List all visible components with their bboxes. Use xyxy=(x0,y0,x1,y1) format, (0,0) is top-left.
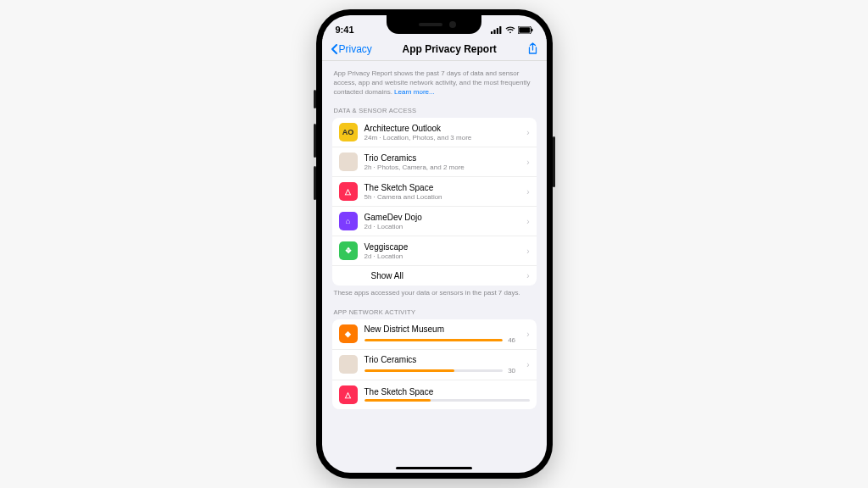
svg-rect-0 xyxy=(491,31,492,34)
status-time: 9:41 xyxy=(336,25,354,35)
network-row[interactable]: Trio Ceramics 30 › xyxy=(332,350,537,380)
network-list: ◆ New District Museum 46 › Trio Ceramics… xyxy=(332,319,537,409)
app-name: The Sketch Space xyxy=(364,183,520,193)
section-header-network: APP NETWORK ACTIVITY xyxy=(334,308,535,316)
access-list: AO Architecture Outlook24m · Location, P… xyxy=(332,118,537,286)
page-title: App Privacy Report xyxy=(402,43,496,55)
chevron-right-icon: › xyxy=(526,187,529,197)
app-icon: ⌂ xyxy=(339,212,358,230)
access-row[interactable]: ❖ Veggiscape2d · Location › xyxy=(332,236,537,266)
notch xyxy=(387,15,481,34)
home-indicator[interactable] xyxy=(396,467,472,470)
activity-value: 46 xyxy=(508,336,520,344)
screen: 9:41 Privacy App Privacy Report App Priv… xyxy=(322,15,547,473)
access-row[interactable]: △ The Sketch Space5h · Camera and Locati… xyxy=(332,177,537,207)
content: App Privacy Report shows the past 7 days… xyxy=(322,61,547,409)
activity-value: 30 xyxy=(508,367,520,374)
svg-rect-5 xyxy=(519,27,530,32)
back-label: Privacy xyxy=(339,43,372,55)
show-all-label: Show All xyxy=(339,271,520,280)
intro-text: App Privacy Report shows the past 7 days… xyxy=(334,69,535,97)
access-row[interactable]: Trio Ceramics2h · Photos, Camera, and 2 … xyxy=(332,147,537,177)
nav-bar: Privacy App Privacy Report xyxy=(322,39,547,61)
app-name: New District Museum xyxy=(364,324,520,334)
cellular-icon xyxy=(491,26,503,34)
chevron-right-icon: › xyxy=(526,360,529,369)
chevron-right-icon: › xyxy=(526,271,529,280)
power-button xyxy=(553,136,555,187)
chevron-right-icon: › xyxy=(526,217,529,226)
chevron-right-icon: › xyxy=(526,128,529,137)
svg-rect-3 xyxy=(499,26,501,34)
learn-more-link[interactable]: Learn more... xyxy=(394,88,435,96)
activity-bar xyxy=(364,339,504,341)
app-icon: △ xyxy=(339,385,358,404)
app-icon: ❖ xyxy=(339,241,358,260)
svg-rect-2 xyxy=(496,28,498,34)
svg-rect-6 xyxy=(531,28,533,30)
wifi-icon xyxy=(505,26,515,34)
network-row[interactable]: △ The Sketch Space xyxy=(332,380,537,409)
app-icon: △ xyxy=(339,182,358,201)
access-row[interactable]: ⌂ GameDev Dojo2d · Location › xyxy=(332,207,537,236)
app-name: Veggiscape xyxy=(364,242,520,252)
app-sub: 2d · Location xyxy=(364,223,520,231)
share-icon xyxy=(527,42,538,55)
app-icon xyxy=(339,152,358,171)
side-button xyxy=(314,90,316,108)
app-sub: 2d · Location xyxy=(364,252,520,261)
svg-rect-1 xyxy=(493,30,495,34)
chevron-left-icon xyxy=(331,44,337,54)
status-right xyxy=(491,26,533,34)
chevron-right-icon: › xyxy=(526,330,529,339)
chevron-right-icon: › xyxy=(526,247,529,256)
volume-down-button xyxy=(314,166,316,200)
activity-bar xyxy=(364,369,504,372)
app-name: The Sketch Space xyxy=(364,387,530,396)
app-icon: ◆ xyxy=(339,324,358,343)
app-name: Trio Ceramics xyxy=(364,153,520,164)
show-all-button[interactable]: Show All › xyxy=(332,266,537,286)
chevron-right-icon: › xyxy=(526,158,529,167)
app-icon xyxy=(339,355,358,374)
section-note-access: These apps accessed your data or sensors… xyxy=(334,289,535,297)
app-icon: AO xyxy=(339,123,358,141)
network-row[interactable]: ◆ New District Museum 46 › xyxy=(332,319,537,350)
back-button[interactable]: Privacy xyxy=(331,43,372,55)
app-name: Architecture Outlook xyxy=(364,124,520,134)
app-name: Trio Ceramics xyxy=(364,355,520,364)
app-sub: 5h · Camera and Location xyxy=(364,193,520,202)
access-row[interactable]: AO Architecture Outlook24m · Location, P… xyxy=(332,118,537,147)
volume-up-button xyxy=(314,124,316,158)
share-button[interactable] xyxy=(527,42,538,55)
phone-frame: 9:41 Privacy App Privacy Report App Priv… xyxy=(316,9,553,479)
app-sub: 24m · Location, Photos, and 3 more xyxy=(364,134,520,142)
app-name: GameDev Dojo xyxy=(364,213,520,223)
app-sub: 2h · Photos, Camera, and 2 more xyxy=(364,164,520,172)
activity-bar xyxy=(364,399,530,402)
section-header-access: DATA & SENSOR ACCESS xyxy=(334,107,535,114)
battery-icon xyxy=(518,26,533,34)
